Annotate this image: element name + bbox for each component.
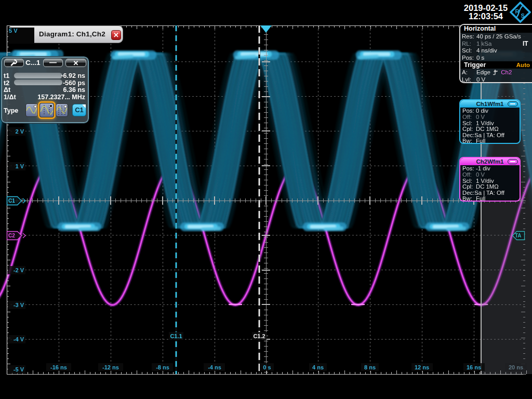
svg-text:C1: C1 [8, 198, 15, 204]
svg-text:C1.2: C1.2 [253, 333, 265, 339]
svg-text:1 V: 1 V [15, 163, 24, 169]
svg-text:R: R [515, 8, 520, 15]
svg-text:12 ns: 12 ns [415, 364, 429, 370]
svg-text:-5 V: -5 V [14, 366, 24, 373]
svg-text:-4 ns: -4 ns [208, 364, 221, 370]
svg-text:TA: TA [515, 233, 522, 238]
svg-text:-3 V: -3 V [14, 302, 24, 308]
svg-text:-8 ns: -8 ns [156, 364, 169, 370]
svg-text:-4 V: -4 V [14, 336, 24, 342]
svg-text:2 V: 2 V [15, 128, 24, 135]
svg-text:C1.1: C1.1 [170, 333, 182, 339]
svg-text:4 ns: 4 ns [312, 364, 324, 370]
svg-text:-12 ns: -12 ns [102, 364, 119, 370]
svg-text:20 ns: 20 ns [509, 364, 523, 370]
svg-text:-2 V: -2 V [14, 267, 24, 273]
svg-text:S: S [521, 12, 525, 19]
svg-text:C2: C2 [8, 233, 15, 238]
svg-text:8 ns: 8 ns [364, 364, 376, 370]
svg-text:16 ns: 16 ns [467, 364, 481, 370]
svg-text:-16 ns: -16 ns [50, 364, 67, 370]
svg-text:0 s: 0 s [263, 364, 271, 370]
